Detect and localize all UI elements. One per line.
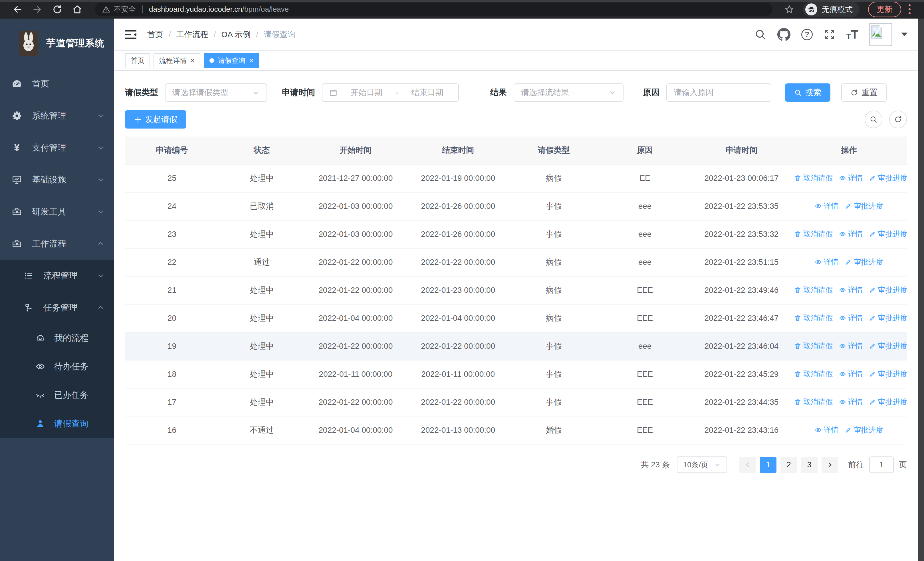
reason-label: 原因	[643, 87, 660, 98]
cell-id: 24	[125, 192, 219, 220]
address-bar[interactable]: 不安全 dashboard.yudao.iocoder.cn/bpm/oa/le…	[95, 3, 772, 16]
cancel-link[interactable]: 取消请假	[794, 285, 832, 295]
table-row[interactable]: 19 处理中 2022-01-22 00:00:00 2022-01-22 00…	[125, 332, 907, 360]
reload-icon[interactable]	[52, 4, 63, 15]
breadcrumb-item[interactable]: OA 示例	[222, 29, 251, 40]
reset-button[interactable]: 重置	[841, 83, 886, 102]
tab-leave-query[interactable]: 请假查询 ×	[204, 53, 259, 68]
detail-link[interactable]: 详情	[839, 341, 862, 351]
sidebar-item-my-process[interactable]: 我的流程	[0, 323, 114, 352]
progress-link[interactable]: 审批进度	[869, 285, 907, 295]
close-icon[interactable]: ×	[249, 57, 254, 65]
sidebar-item-label: 基础设施	[32, 174, 66, 186]
sidebar-collapse-icon[interactable]	[125, 30, 136, 39]
sidebar-item-home[interactable]: 首页	[0, 68, 114, 100]
detail-link[interactable]: 详情	[839, 369, 862, 379]
update-button[interactable]: 更新	[868, 2, 901, 17]
table-row[interactable]: 24 已取消 2022-01-03 00:00:00 2022-01-26 00…	[125, 192, 907, 220]
detail-link[interactable]: 详情	[815, 201, 838, 211]
fullscreen-icon[interactable]	[824, 29, 836, 41]
page-size-select[interactable]: 10条/页	[677, 456, 727, 473]
chevron-down-icon	[97, 272, 105, 279]
detail-link[interactable]: 详情	[839, 285, 862, 295]
breadcrumb-item[interactable]: 首页	[147, 29, 163, 40]
create-leave-button[interactable]: 发起请假	[125, 110, 186, 129]
cancel-link[interactable]: 取消请假	[794, 173, 832, 183]
detail-link[interactable]: 详情	[815, 257, 838, 267]
refresh-table-button[interactable]	[889, 111, 907, 128]
table-row[interactable]: 25 处理中 2021-12-27 00:00:00 2022-01-19 00…	[125, 164, 907, 192]
help-icon[interactable]: ?	[801, 29, 813, 40]
sidebar-item-workflow[interactable]: 工作流程	[0, 228, 114, 260]
cancel-link[interactable]: 取消请假	[794, 341, 832, 351]
leave-type-select[interactable]: 请选择请假类型	[165, 83, 267, 102]
reason-input[interactable]	[674, 88, 764, 97]
sidebar-item-devtools[interactable]: 研发工具	[0, 196, 114, 228]
font-size-icon[interactable]: TT	[846, 29, 858, 41]
apply-time-range-picker[interactable]: 开始日期 - 结束日期	[322, 83, 459, 102]
github-icon[interactable]	[777, 28, 790, 41]
avatar-caret-icon[interactable]	[901, 33, 908, 36]
breadcrumb-item[interactable]: 工作流程	[176, 29, 208, 40]
progress-link[interactable]: 审批进度	[869, 173, 907, 183]
cancel-link[interactable]: 取消请假	[794, 397, 832, 407]
sidebar-item-todo-tasks[interactable]: 待办任务	[0, 352, 114, 381]
cancel-link[interactable]: 取消请假	[794, 229, 832, 239]
progress-link[interactable]: 审批进度	[869, 313, 907, 323]
bookmark-star-icon[interactable]	[784, 5, 794, 14]
cancel-link[interactable]: 取消请假	[794, 369, 832, 379]
detail-link[interactable]: 详情	[839, 397, 862, 407]
progress-link[interactable]: 审批进度	[869, 341, 907, 351]
back-icon[interactable]	[12, 4, 22, 15]
detail-icon	[815, 203, 822, 210]
close-icon[interactable]: ×	[190, 57, 195, 65]
page-button-1[interactable]: 1	[760, 457, 777, 473]
home-icon[interactable]	[72, 4, 82, 15]
detail-link[interactable]: 详情	[839, 173, 862, 183]
progress-link[interactable]: 审批进度	[869, 397, 907, 407]
toggle-search-button[interactable]	[865, 111, 882, 128]
page-scrollbar[interactable]	[918, 18, 924, 561]
page-button-2[interactable]: 2	[780, 457, 797, 473]
sidebar-item-process-mgmt[interactable]: 流程管理	[0, 260, 114, 292]
prev-page-button[interactable]	[740, 457, 756, 473]
tab-home[interactable]: 首页	[125, 53, 150, 68]
table-row[interactable]: 17 处理中 2022-01-22 00:00:00 2022-01-22 00…	[125, 388, 907, 416]
table-row[interactable]: 16 不通过 2022-01-04 00:00:00 2022-01-13 00…	[125, 416, 907, 444]
next-page-button[interactable]	[822, 457, 838, 473]
progress-link[interactable]: 审批进度	[869, 369, 907, 379]
progress-link[interactable]: 审批进度	[869, 229, 907, 239]
sidebar-item-payment[interactable]: ¥ 支付管理	[0, 132, 114, 164]
cancel-leave-icon	[794, 370, 801, 378]
table-row[interactable]: 22 通过 2022-01-22 00:00:00 2022-01-22 00:…	[125, 248, 907, 276]
search-icon[interactable]	[754, 29, 766, 41]
sidebar-item-task-mgmt[interactable]: 任务管理	[0, 292, 114, 323]
briefcase-icon	[11, 238, 22, 249]
sidebar-item-done-tasks[interactable]: 已办任务	[0, 381, 114, 409]
table-row[interactable]: 18 处理中 2022-01-11 00:00:00 2022-01-11 00…	[125, 360, 907, 388]
security-status[interactable]: 不安全	[102, 4, 136, 14]
sidebar-item-leave-query[interactable]: 请假查询	[0, 409, 114, 438]
table-row[interactable]: 20 处理中 2022-01-04 00:00:00 2022-01-04 00…	[125, 304, 907, 332]
result-select[interactable]: 请选择流结果	[514, 83, 624, 102]
goto-page-input[interactable]	[869, 456, 894, 473]
tab-process-detail[interactable]: 流程详情 ×	[153, 53, 200, 68]
progress-link[interactable]: 审批进度	[844, 257, 883, 267]
search-button[interactable]: 搜索	[785, 83, 830, 102]
cancel-link[interactable]: 取消请假	[794, 313, 832, 323]
forward-icon[interactable]	[32, 4, 42, 15]
sidebar-item-infra[interactable]: 基础设施	[0, 164, 114, 196]
browser-menu-icon[interactable]	[908, 4, 912, 15]
table-row[interactable]: 21 处理中 2022-01-22 00:00:00 2022-01-23 00…	[125, 276, 907, 304]
table-row[interactable]: 23 处理中 2022-01-03 00:00:00 2022-01-26 00…	[125, 220, 907, 248]
chevron-up-icon	[97, 304, 105, 311]
detail-link[interactable]: 详情	[839, 313, 862, 323]
sidebar-item-system[interactable]: 系统管理	[0, 100, 114, 132]
detail-link[interactable]: 详情	[839, 229, 862, 239]
progress-link[interactable]: 审批进度	[844, 425, 883, 435]
progress-link[interactable]: 审批进度	[844, 201, 883, 211]
app-logo[interactable]: 芋道管理系统	[0, 18, 114, 68]
avatar[interactable]	[869, 23, 892, 46]
page-button-3[interactable]: 3	[801, 457, 818, 473]
detail-link[interactable]: 详情	[815, 425, 838, 435]
